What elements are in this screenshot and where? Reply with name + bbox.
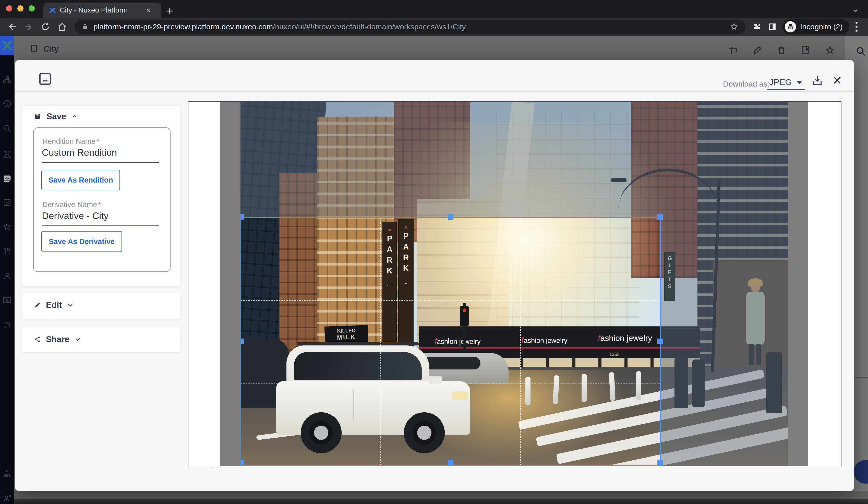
star-icon xyxy=(825,45,835,56)
url-text: platform-nmm-pr-29-preview.platform.dev.… xyxy=(93,22,466,31)
sidebar-review-icon[interactable] xyxy=(2,198,12,207)
book-icon xyxy=(800,45,811,56)
nuxeo-logo-icon[interactable] xyxy=(0,36,14,55)
crop-dim-top xyxy=(240,102,788,217)
home-icon[interactable] xyxy=(57,22,68,32)
save-section-label: Save xyxy=(46,112,66,121)
nuxeo-favicon-icon xyxy=(48,7,56,14)
required-asterisk: * xyxy=(96,137,99,145)
chevron-up-icon xyxy=(71,113,78,120)
crop-handle-top-center[interactable] xyxy=(448,214,453,220)
edit-pencil-icon xyxy=(34,301,41,309)
lock-icon xyxy=(82,23,88,31)
edit-section-header[interactable]: Edit xyxy=(22,292,180,310)
resize-icon xyxy=(727,45,738,56)
backdrop-document-toolbar: City xyxy=(14,36,868,60)
search-icon xyxy=(855,45,867,57)
save-floppy-icon xyxy=(34,113,41,120)
save-as-derivative-button[interactable]: Save As Derivative xyxy=(41,231,122,252)
edit-pencil-icon xyxy=(752,45,763,56)
download-as-label: Download as: xyxy=(723,80,769,88)
sidebar-trash-icon[interactable] xyxy=(2,320,12,330)
share-icon xyxy=(34,336,41,343)
image-icon xyxy=(38,72,53,86)
share-section-header[interactable]: Share xyxy=(22,327,180,344)
crop-region[interactable] xyxy=(240,217,661,466)
share-section: Share xyxy=(22,327,180,352)
sidebar-administration-icon[interactable] xyxy=(2,469,12,478)
window-minimize-button[interactable] xyxy=(17,6,23,11)
sidebar-id-card-icon[interactable] xyxy=(2,295,12,305)
format-select-caret-icon[interactable] xyxy=(796,81,802,84)
derivative-name-input[interactable]: Derivative - City xyxy=(42,210,108,222)
sidebar-search-icon[interactable] xyxy=(2,124,12,133)
screen: City - Nuxeo Platform × + ⌄ platform-nmm… xyxy=(0,0,868,504)
bookmark-star-icon[interactable] xyxy=(730,22,738,31)
rendition-name-input[interactable]: Custom Rendition xyxy=(42,147,117,158)
trash-icon xyxy=(776,45,787,56)
url-host: platform-nmm-pr-29-preview.platform.dev.… xyxy=(93,22,273,31)
document-icon xyxy=(30,44,38,53)
crop-dim-right xyxy=(661,217,788,466)
save-section: Save Rendition Name * Custom Rendition S… xyxy=(22,106,180,287)
edit-section-label: Edit xyxy=(46,300,62,310)
browser-toolbar: platform-nmm-pr-29-preview.platform.dev.… xyxy=(0,18,868,36)
url-bar[interactable]: platform-nmm-pr-29-preview.platform.dev.… xyxy=(74,20,745,34)
reload-icon[interactable] xyxy=(40,22,51,32)
header-divider xyxy=(15,91,854,92)
download-icon[interactable] xyxy=(811,74,823,86)
side-panel-icon[interactable] xyxy=(768,22,777,31)
crop-handle-bottom-center[interactable] xyxy=(448,460,453,466)
save-form-card: Rendition Name * Custom Rendition Save A… xyxy=(33,127,170,272)
browser-titlebar: City - Nuxeo Platform × + ⌄ xyxy=(0,0,868,18)
browser-menu-icon[interactable] xyxy=(856,22,858,32)
tab-search-chevron-icon[interactable]: ⌄ xyxy=(852,3,859,14)
backdrop-seam xyxy=(854,377,868,378)
image-viewer-panel: KILLED MILK fashion jewelry fashion jewe… xyxy=(188,101,841,467)
sidebar-tasks-icon[interactable] xyxy=(2,150,12,159)
required-asterisk: * xyxy=(98,200,101,209)
sidebar-collections-icon[interactable] xyxy=(2,246,12,256)
crop-handle-bottom-left[interactable] xyxy=(240,460,244,466)
backdrop-breadcrumb-title: City xyxy=(44,44,59,54)
chevron-down-icon xyxy=(67,302,73,308)
derivative-name-label: Derivative Name * xyxy=(42,200,101,209)
crop-handle-top-left[interactable] xyxy=(240,214,244,220)
browser-tab[interactable]: City - Nuxeo Platform × xyxy=(43,2,161,18)
crop-handle-middle-right[interactable] xyxy=(657,339,663,344)
tab-close-icon[interactable]: × xyxy=(146,6,151,14)
tab-title: City - Nuxeo Platform xyxy=(60,6,144,14)
window-close-button[interactable] xyxy=(6,6,12,11)
image-editor-dialog: City Download as: JPEG ✕ Save Rendition … xyxy=(15,60,854,491)
forward-icon[interactable] xyxy=(23,22,34,32)
sidebar-browse-tree-icon[interactable] xyxy=(2,75,12,84)
rendition-name-label: Rendition Name * xyxy=(42,137,100,145)
sidebar-people-icon[interactable] xyxy=(2,271,12,281)
edit-section: Edit xyxy=(22,292,180,319)
derivative-input-underline xyxy=(42,225,159,226)
rendition-input-underline xyxy=(42,162,159,163)
sidebar-favorites-icon[interactable] xyxy=(2,223,12,232)
extensions-puzzle-icon[interactable] xyxy=(752,22,761,31)
save-section-header[interactable]: Save xyxy=(22,106,180,121)
new-tab-button[interactable]: + xyxy=(166,4,173,17)
crop-handle-middle-left[interactable] xyxy=(240,339,244,344)
incognito-icon xyxy=(785,21,796,32)
sidebar-recents-icon[interactable] xyxy=(2,100,12,109)
save-as-rendition-button[interactable]: Save As Rendition xyxy=(41,170,120,190)
crop-handle-top-right[interactable] xyxy=(657,214,663,220)
backdrop-footer-strip xyxy=(14,500,868,504)
share-section-label: Share xyxy=(46,335,70,344)
sidebar-assets-icon[interactable] xyxy=(2,174,12,183)
sidebar-user-settings-icon[interactable] xyxy=(2,493,13,503)
chevron-down-icon xyxy=(74,336,81,343)
format-select-underline xyxy=(767,89,805,90)
back-icon[interactable] xyxy=(7,22,17,32)
window-zoom-button[interactable] xyxy=(29,6,35,11)
url-path: /nuxeo/ui/#!/browse/default-domain/works… xyxy=(273,22,466,31)
city-photo: KILLED MILK fashion jewelry fashion jewe… xyxy=(240,102,788,466)
incognito-badge[interactable]: Incognito (2) xyxy=(782,19,849,34)
format-select[interactable]: JPEG xyxy=(769,77,792,87)
crop-handle-bottom-right[interactable] xyxy=(657,460,663,466)
close-icon[interactable]: ✕ xyxy=(832,73,842,87)
